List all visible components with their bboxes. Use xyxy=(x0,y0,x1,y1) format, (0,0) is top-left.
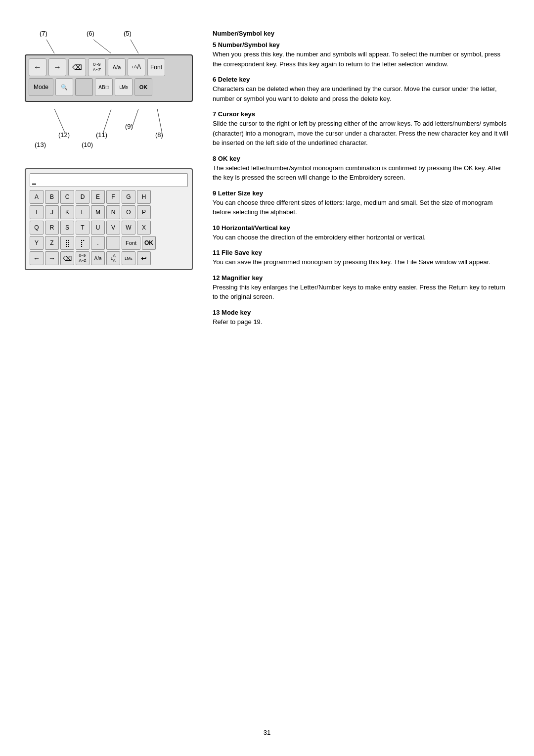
item-7-body: Slide the cursor to the right or left by… xyxy=(213,119,509,148)
fkb-key-l[interactable]: L xyxy=(76,205,89,219)
fkb-input-area xyxy=(30,173,188,187)
fkb-key-d[interactable]: D xyxy=(76,190,89,204)
item-10: 10 Horizontal/Vertical key You can choos… xyxy=(213,224,509,242)
callout-13: (13) xyxy=(35,141,46,148)
item-9: 9 Letter Size key You can choose three d… xyxy=(213,189,509,217)
fkb-key-ok[interactable]: OK xyxy=(142,236,156,250)
fkb-ms[interactable]: LMs xyxy=(122,251,135,265)
fkb-key-x[interactable]: X xyxy=(137,221,151,235)
full-keyboard: A B C D E F G H I J K L M N O P Q R xyxy=(25,168,193,270)
item-8: 8 OK key The selected letter/number/symb… xyxy=(213,155,509,183)
svg-line-2 xyxy=(131,40,138,53)
fkb-key-g[interactable]: G xyxy=(122,190,135,204)
fkb-text-input[interactable] xyxy=(30,173,188,187)
item-10-title: 10 Horizontal/Vertical key xyxy=(213,224,509,232)
left-column: (7) (6) (5) ← → ⌫ 0~9A~Z A/a LAA xyxy=(25,30,193,333)
fkb-row-yz-etc: Y Z ⣿ ⡏ . Font OK xyxy=(30,236,188,250)
item-9-body: You can choose three different sizes of … xyxy=(213,198,509,217)
fkb-key-y[interactable]: Y xyxy=(30,236,44,250)
key-num-symbol[interactable]: 0~9A~Z xyxy=(88,58,106,76)
callout-12: (12) xyxy=(58,131,70,139)
fkb-key-sym2[interactable]: ⡏ xyxy=(76,236,89,250)
fkb-bottom-row: ← → ⌫ 0~9A~Z A/a LAA LMs ↩ xyxy=(30,251,188,265)
fkb-num[interactable]: 0~9A~Z xyxy=(76,251,89,265)
key-ok[interactable]: OK xyxy=(134,78,152,96)
fkb-key-dot[interactable]: . xyxy=(91,236,105,250)
fkb-key-p[interactable]: P xyxy=(137,205,151,219)
fkb-return[interactable]: ↩ xyxy=(137,251,151,265)
fkb-key-m[interactable]: M xyxy=(91,205,105,219)
key-delete[interactable]: ⌫ xyxy=(68,58,86,76)
fkb-key-i[interactable]: I xyxy=(30,205,44,219)
fkb-key-w[interactable]: W xyxy=(122,221,135,235)
item-12-body: Pressing this key enlarges the Letter/Nu… xyxy=(213,283,509,302)
fkb-key-b[interactable]: B xyxy=(45,190,59,204)
item-11-body: You can save the programmed monogram by … xyxy=(213,257,509,267)
callout-8: (8) xyxy=(155,131,163,139)
callout-9: (9) xyxy=(125,123,133,130)
fkb-size[interactable]: LAA xyxy=(106,251,120,265)
fkb-row-qrstuvwx: Q R S T U V W X xyxy=(30,221,188,235)
section-heading: Number/Symbol key xyxy=(213,30,509,37)
item-6-body: Characters can be deleted when they are … xyxy=(213,84,509,103)
kbd-row-1: ← → ⌫ 0~9A~Z A/a LAA Font xyxy=(29,58,189,76)
item-12-title: 12 Magnifier key xyxy=(213,274,509,282)
fkb-key-c[interactable]: C xyxy=(60,190,74,204)
fkb-key-f[interactable]: F xyxy=(106,190,120,204)
key-large-small[interactable]: LAA xyxy=(128,58,145,76)
key-font-top[interactable]: Font xyxy=(147,58,165,76)
svg-line-5 xyxy=(157,109,162,134)
fkb-key-h[interactable]: H xyxy=(137,190,151,204)
key-az-case[interactable]: A/a xyxy=(108,58,126,76)
fkb-key-t[interactable]: T xyxy=(76,221,89,235)
fkb-key-s[interactable]: S xyxy=(60,221,74,235)
callout-10: (10) xyxy=(82,141,93,148)
svg-line-0 xyxy=(46,40,54,53)
item-9-title: 9 Letter Size key xyxy=(213,189,509,197)
item-5-body: When you press this key, the number and … xyxy=(213,49,509,69)
key-filesave[interactable]: AB⬚ xyxy=(95,78,113,96)
item-8-body: The selected letter/number/symbol monogr… xyxy=(213,163,509,183)
fkb-row-ijklmnop: I J K L M N O P xyxy=(30,205,188,219)
fkb-key-q[interactable]: Q xyxy=(30,221,44,235)
top-connectors xyxy=(35,30,193,54)
fkb-key-e[interactable]: E xyxy=(91,190,105,204)
item-6-title: 6 Delete key xyxy=(213,76,509,83)
fkb-right-arrow[interactable]: → xyxy=(45,251,59,265)
fkb-key-v[interactable]: V xyxy=(106,221,120,235)
item-13-title: 13 Mode key xyxy=(213,309,509,316)
fkb-key-o[interactable]: O xyxy=(122,205,135,219)
fkb-key-j[interactable]: J xyxy=(45,205,59,219)
fkb-left-arrow[interactable]: ← xyxy=(30,251,44,265)
top-keyboard: ← → ⌫ 0~9A~Z A/a LAA Font Mode 🔍 AB⬚ LMs… xyxy=(25,54,193,102)
fkb-key-sym1[interactable]: ⣿ xyxy=(60,236,74,250)
fkb-az-case[interactable]: A/a xyxy=(91,251,105,265)
fkb-key-r[interactable]: R xyxy=(45,221,59,235)
keyboard-diagram-top: (7) (6) (5) ← → ⌫ 0~9A~Z A/a LAA xyxy=(25,30,193,153)
key-blank xyxy=(75,78,93,96)
item-5: 5 Number/Symbol key When you press this … xyxy=(213,41,509,69)
item-10-body: You can choose the direction of the embr… xyxy=(213,233,509,242)
callout-11: (11) xyxy=(96,131,107,139)
fkb-key-a[interactable]: A xyxy=(30,190,44,204)
key-magnifier[interactable]: 🔍 xyxy=(55,78,73,96)
page-number: 31 xyxy=(0,729,534,736)
kbd-row-2: Mode 🔍 AB⬚ LMs OK xyxy=(29,78,189,96)
fkb-key-u[interactable]: U xyxy=(91,221,105,235)
item-13: 13 Mode key Refer to page 19. xyxy=(213,309,509,327)
key-lettersize[interactable]: LMs xyxy=(115,78,133,96)
key-right-arrow[interactable]: → xyxy=(48,58,66,76)
fkb-row-abcdefgh: A B C D E F G H xyxy=(30,190,188,204)
fkb-key-k[interactable]: K xyxy=(60,205,74,219)
fkb-key-z[interactable]: Z xyxy=(45,236,59,250)
item-12: 12 Magnifier key Pressing this key enlar… xyxy=(213,274,509,302)
item-5-title: 5 Number/Symbol key xyxy=(213,41,509,48)
item-7: 7 Cursor keys Slide the cursor to the ri… xyxy=(213,110,509,148)
key-mode[interactable]: Mode xyxy=(29,78,53,96)
item-11-title: 11 File Save key xyxy=(213,249,509,256)
fkb-key-font[interactable]: Font xyxy=(122,236,140,250)
key-left-arrow[interactable]: ← xyxy=(29,58,46,76)
fkb-key-n[interactable]: N xyxy=(106,205,120,219)
fkb-delete[interactable]: ⌫ xyxy=(60,251,74,265)
fkb-key-empty xyxy=(106,236,120,250)
